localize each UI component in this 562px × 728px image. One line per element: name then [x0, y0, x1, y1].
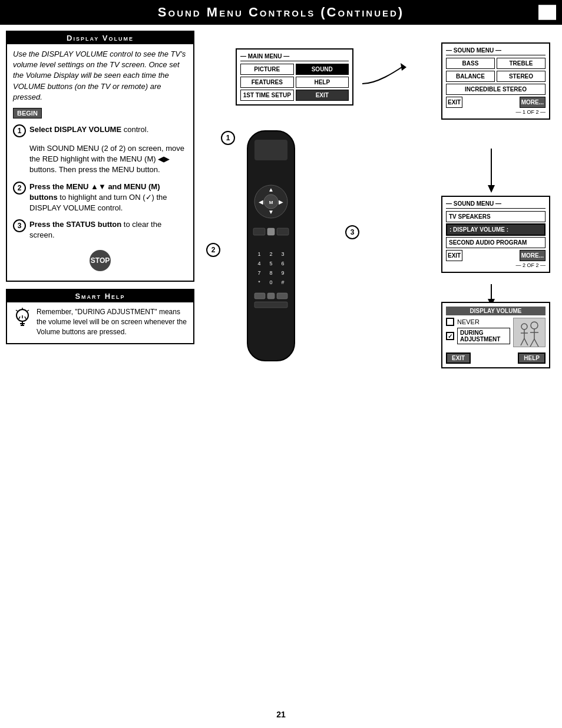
- main-menu-screen: — MAIN MENU — PICTURE SOUND FEATURES HEL…: [236, 48, 353, 106]
- svg-point-20: [521, 324, 527, 330]
- smart-help-box: Smart Help Remember, "DURING ADJUSTMENT"…: [6, 289, 194, 344]
- svg-rect-51: [277, 293, 287, 299]
- svg-rect-50: [267, 293, 275, 299]
- sm-btn-bass: BASS: [446, 58, 495, 69]
- dv-row: EXIT HELP: [446, 353, 546, 364]
- svg-rect-36: [277, 228, 289, 235]
- smart-help-text: Remember, "DURING ADJUSTMENT" means the …: [37, 307, 187, 337]
- svg-point-15: [531, 322, 538, 329]
- diag-step-2: 2: [206, 243, 220, 257]
- dv-item-during-adj: DURING ADJUSTMENT: [446, 328, 510, 344]
- dv-btn-exit: EXIT: [446, 353, 471, 364]
- step-3: 3 Press the STATUS button to clear the s…: [13, 219, 187, 241]
- step-3-text: Press the STATUS button to clear the scr…: [29, 219, 187, 241]
- checkbox-during-adj: [446, 332, 454, 340]
- sm-btn-incredible: INCREDIBLE STEREO: [446, 84, 546, 95]
- begin-badge: BEGIN: [13, 108, 42, 118]
- bulb-icon: [13, 307, 32, 331]
- sound-menu-1-screen: — SOUND MENU — BASS TREBLE BALANCE STERE…: [441, 42, 550, 120]
- svg-text:▼: ▼: [268, 209, 274, 215]
- svg-line-19: [534, 339, 538, 347]
- dv-btn-help: HELP: [518, 353, 546, 364]
- sm-item-tv-speakers: TV SPEAKERS: [446, 211, 546, 222]
- svg-line-23: [521, 338, 524, 345]
- dv-label-never: NEVER: [457, 318, 480, 325]
- svg-text:*: *: [258, 279, 260, 285]
- diag-step-3: 3: [345, 225, 359, 239]
- page-indicator-1: — 1 OF 2 —: [446, 109, 546, 115]
- remote-control-svg: ▲ ▼ ◀ ▶ M 1 2 3 4 5 6 7 8: [212, 125, 330, 373]
- menu-btn-help: HELP: [296, 77, 349, 88]
- sm-btn-more: MORE...: [520, 97, 546, 108]
- svg-line-6: [27, 310, 29, 311]
- menu-btn-1st-time: 1ST TIME SETUP: [240, 90, 294, 101]
- sm-item-second-audio: SECOND AUDIO PROGRAM: [446, 237, 546, 248]
- sm-btn-exit-2: EXIT: [446, 250, 462, 261]
- step-1b-text: With SOUND MENU (2 of 2) on screen, move…: [29, 143, 187, 176]
- svg-text:6: 6: [281, 261, 284, 266]
- display-vol-menu-screen: DISPLAY VOLUME: [441, 302, 550, 368]
- sound-menu-2-title: — SOUND MENU —: [446, 200, 546, 209]
- svg-text:▶: ▶: [279, 199, 283, 205]
- svg-line-9: [25, 317, 26, 319]
- svg-text:1: 1: [257, 251, 260, 257]
- page-header: Sound Menu Controls (Continued): [0, 0, 562, 25]
- step-3-circle: 3: [13, 219, 26, 232]
- svg-text:4: 4: [257, 261, 260, 266]
- main-content: Display Volume Use the DISPLAY VOLUME co…: [0, 25, 562, 723]
- page-title: Sound Menu Controls (Continued): [158, 5, 404, 19]
- svg-line-24: [524, 338, 528, 345]
- display-volume-title: Display Volume: [7, 32, 193, 44]
- sound-menu-1-title: — SOUND MENU —: [446, 47, 546, 55]
- step-2: 2 Press the MENU ▲▼ and MENU (M) buttons…: [13, 182, 187, 214]
- svg-text:2: 2: [269, 251, 272, 257]
- sm-row-2: EXIT MORE...: [446, 250, 546, 261]
- step-1-text: Select DISPLAY VOLUME control.: [29, 124, 148, 135]
- sm-btn-exit: EXIT: [446, 97, 462, 108]
- diag-step-1a: 1: [221, 131, 235, 145]
- smart-help-title: Smart Help: [7, 290, 193, 302]
- smart-help-content: Remember, "DURING ADJUSTMENT" means the …: [13, 307, 187, 337]
- sm-row-1: EXIT MORE...: [446, 97, 546, 108]
- svg-text:0: 0: [269, 279, 272, 285]
- svg-text:M: M: [269, 200, 273, 205]
- page-number: 21: [276, 710, 286, 719]
- left-column: Display Volume Use the DISPLAY VOLUME co…: [6, 31, 194, 717]
- dv-item-never: NEVER: [446, 318, 510, 326]
- svg-line-5: [16, 310, 18, 311]
- sm-btn-balance: BALANCE: [446, 71, 495, 82]
- step-1-circle: 1: [13, 124, 26, 137]
- step-2-text: Press the MENU ▲▼ and MENU (M) buttons t…: [29, 182, 187, 214]
- diagram-area: — MAIN MENU — PICTURE SOUND FEATURES HEL…: [200, 31, 556, 384]
- menu-btn-picture: PICTURE: [240, 64, 294, 75]
- header-box: [538, 5, 556, 20]
- intro-text: Use the DISPLAY VOLUME control to see th…: [13, 49, 187, 103]
- dv-title: DISPLAY VOLUME: [446, 307, 546, 315]
- dv-label-during-adj: DURING ADJUSTMENT: [457, 328, 510, 344]
- svg-rect-26: [254, 140, 287, 160]
- menu-btn-features: FEATURES: [240, 77, 294, 88]
- sm-btn-treble: TREBLE: [497, 58, 546, 69]
- svg-rect-35: [267, 228, 275, 235]
- remote-area: ▲ ▼ ◀ ▶ M 1 2 3 4 5 6 7 8: [212, 125, 342, 361]
- sm-btn-more-2: MORE...: [520, 250, 546, 261]
- svg-text:3: 3: [281, 251, 284, 257]
- sm-item-display-vol: : DISPLAY VOLUME :: [446, 223, 546, 236]
- svg-text:▲: ▲: [268, 186, 274, 193]
- svg-text:8: 8: [269, 270, 272, 276]
- step-2-circle: 2: [13, 182, 26, 195]
- svg-text:◀: ◀: [259, 199, 263, 205]
- svg-marker-12: [488, 185, 495, 193]
- svg-rect-25: [247, 131, 295, 361]
- arrow-2: [485, 149, 497, 196]
- step-1: 1 Select DISPLAY VOLUME control.: [13, 124, 187, 137]
- main-menu-title: — MAIN MENU —: [240, 53, 349, 61]
- svg-marker-10: [401, 63, 406, 71]
- svg-rect-49: [254, 293, 265, 299]
- svg-text:#: #: [281, 279, 284, 285]
- right-column: — MAIN MENU — PICTURE SOUND FEATURES HEL…: [200, 31, 556, 717]
- main-menu-grid: PICTURE SOUND FEATURES HELP 1ST TIME SET…: [240, 64, 349, 101]
- sound-menu-2-screen: — SOUND MENU — TV SPEAKERS : DISPLAY VOL…: [441, 196, 550, 273]
- sound-menu-1-grid: BASS TREBLE BALANCE STEREO INCREDIBLE ST…: [446, 58, 546, 95]
- svg-text:9: 9: [281, 270, 284, 276]
